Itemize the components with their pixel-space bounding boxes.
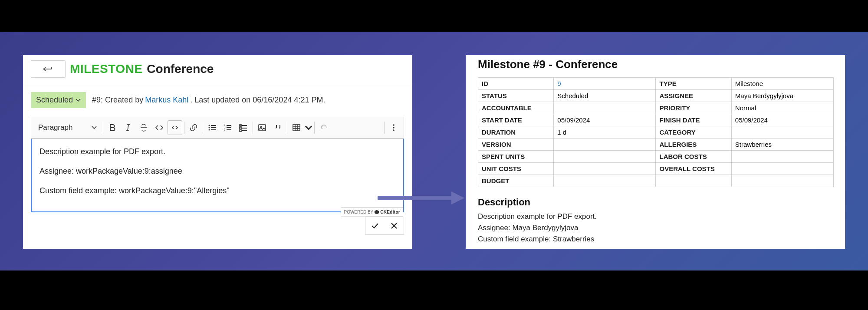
attr-value — [731, 126, 833, 139]
svg-text:3: 3 — [224, 129, 226, 131]
svg-point-7 — [209, 129, 210, 131]
table-row: ID9TYPEMilestone — [478, 78, 834, 90]
link-button[interactable] — [186, 120, 201, 135]
attr-value: Normal — [731, 102, 833, 114]
document-title: Milestone #9 - Conference — [478, 58, 834, 71]
strikethrough-button[interactable] — [136, 120, 151, 135]
attr-value: Strawberries — [731, 139, 833, 151]
italic-button[interactable] — [121, 120, 135, 135]
image-button[interactable] — [255, 120, 270, 135]
editor-textarea[interactable]: Description example for PDF export. Assi… — [31, 139, 404, 212]
confirm-button[interactable] — [365, 217, 385, 234]
table-row: BUDGET — [478, 175, 834, 187]
svg-point-30 — [393, 129, 395, 131]
description-line: Custom field example: Strawberries — [478, 235, 834, 244]
attr-label: ID — [478, 78, 554, 90]
attr-value: 1 d — [554, 126, 656, 139]
table-row: START DATE05/09/2024FINISH DATE05/09/202… — [478, 114, 834, 126]
status-badge[interactable]: Scheduled — [31, 92, 86, 108]
editor-line: Assignee: workPackageValue:9:assignee — [39, 165, 395, 177]
close-icon — [390, 221, 398, 230]
more-button[interactable] — [386, 120, 401, 135]
undo-button[interactable] — [316, 120, 331, 135]
attr-label: TYPE — [656, 78, 731, 90]
attr-label: FINISH DATE — [656, 114, 731, 126]
cancel-button[interactable] — [385, 217, 404, 234]
attr-label: SPENT UNITS — [478, 151, 554, 163]
type-label: MILESTONE — [70, 62, 142, 76]
toolbar-separator — [287, 122, 287, 134]
table-button[interactable] — [289, 120, 304, 135]
code-button[interactable] — [152, 120, 167, 135]
arrow-icon — [378, 189, 464, 207]
table-row: UNIT COSTSOVERALL COSTS — [478, 163, 834, 175]
svg-rect-10 — [227, 125, 231, 126]
numbered-list-button[interactable]: 123 — [220, 120, 235, 135]
attr-label: STATUS — [478, 90, 554, 102]
author-link[interactable]: Markus Kahl — [145, 96, 188, 105]
attr-value — [554, 151, 656, 163]
svg-rect-8 — [211, 129, 216, 130]
svg-rect-12 — [227, 127, 231, 128]
attr-value — [554, 175, 656, 187]
editor-panel: MILESTONE Conference Scheduled #9: Creat… — [23, 55, 412, 249]
description-line: Assignee: Maya Berdygylyjova — [478, 224, 834, 232]
back-button[interactable] — [31, 60, 66, 78]
svg-line-2 — [128, 125, 128, 131]
code-block-button[interactable] — [168, 120, 182, 135]
header-row: MILESTONE Conference — [23, 55, 412, 84]
confirm-bar — [365, 217, 404, 235]
attr-label: PRIORITY — [656, 102, 731, 114]
svg-point-3 — [209, 125, 210, 126]
attr-label: START DATE — [478, 114, 554, 126]
description-body: Description example for PDF export. Assi… — [478, 212, 834, 244]
attr-label: BUDGET — [478, 175, 554, 187]
table-row: ACCOUNTABLEPRIORITYNormal — [478, 102, 834, 114]
toolbar-separator — [184, 122, 184, 134]
bullet-list-button[interactable] — [205, 120, 220, 135]
svg-rect-19 — [240, 130, 241, 132]
editor-wrap: Paragraph 123 — [31, 117, 404, 212]
attr-label: VERSION — [478, 139, 554, 151]
svg-point-5 — [209, 127, 210, 129]
attr-label: ASSIGNEE — [656, 90, 731, 102]
attr-label: ALLERGIES — [656, 139, 731, 151]
pdf-preview-panel: Milestone #9 - Conference ID9TYPEMilesto… — [466, 55, 845, 249]
attr-value — [554, 102, 656, 114]
svg-rect-14 — [227, 129, 231, 130]
table-row: SPENT UNITSLABOR COSTS — [478, 151, 834, 163]
svg-point-29 — [393, 127, 395, 129]
svg-rect-23 — [293, 125, 300, 131]
toolbar-separator — [384, 122, 385, 134]
svg-rect-18 — [242, 128, 247, 129]
attributes-table: ID9TYPEMilestoneSTATUSScheduledASSIGNEEM… — [478, 77, 834, 187]
description-line: Description example for PDF export. — [478, 212, 834, 221]
attr-label — [656, 175, 731, 187]
attr-label: ACCOUNTABLE — [478, 102, 554, 114]
attr-value: 05/09/2024 — [554, 114, 656, 126]
meta-row: Scheduled #9: Created by Markus Kahl . L… — [23, 84, 412, 117]
paragraph-select[interactable]: Paragraph — [34, 121, 101, 135]
bold-button[interactable] — [105, 120, 120, 135]
toolbar-separator — [253, 122, 253, 134]
attr-value — [554, 139, 656, 151]
toolbar-separator — [314, 122, 315, 134]
attr-value[interactable]: 9 — [554, 78, 656, 90]
attr-value: 05/09/2024 — [731, 114, 833, 126]
todo-list-button[interactable] — [236, 120, 251, 135]
ckeditor-logo-icon — [375, 210, 379, 214]
quote-button[interactable] — [270, 120, 285, 135]
svg-point-28 — [393, 124, 395, 126]
attr-label: UNIT COSTS — [478, 163, 554, 175]
page-title[interactable]: Conference — [147, 62, 214, 76]
table-dropdown[interactable] — [305, 120, 312, 135]
editor-line: Description example for PDF export. — [39, 146, 395, 158]
check-icon — [371, 221, 379, 230]
back-arrow-icon — [43, 67, 53, 71]
powered-by-badge[interactable]: POWERED BY CKEditor — [341, 208, 403, 217]
toolbar-separator — [203, 122, 203, 134]
attr-value: Milestone — [731, 78, 833, 90]
chevron-down-icon — [92, 126, 97, 129]
attr-label: LABOR COSTS — [656, 151, 731, 163]
svg-rect-21 — [259, 125, 266, 131]
